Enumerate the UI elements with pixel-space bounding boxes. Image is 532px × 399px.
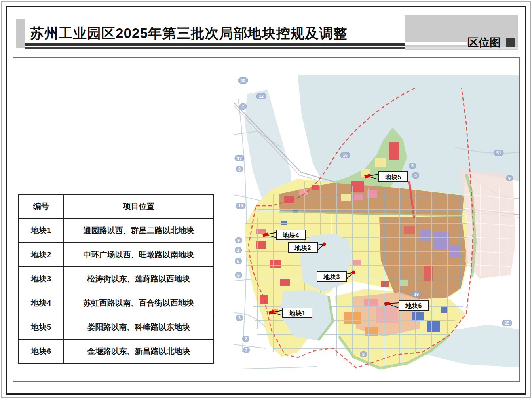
plot-id-cell: 地块5 [18, 315, 64, 339]
col-header-location: 项目位置 [64, 194, 214, 218]
road-badge: 10 [238, 78, 248, 84]
road-badge-number: 7 [245, 348, 247, 352]
road-badge: 8 [236, 166, 243, 172]
title-accent-bar [16, 19, 25, 48]
table-header-row: 编号 项目位置 [18, 194, 214, 218]
road-badge: 7 [240, 104, 247, 110]
road-badge: 5 [236, 272, 242, 278]
road-badge: 9 [236, 238, 242, 243]
plot-callout-label: 地块2 [294, 245, 311, 251]
road-badge-number: 9 [238, 238, 240, 243]
plot-location-cell: 松涛街以东、莲葑路以西地块 [64, 267, 214, 291]
title-bar: 苏州工业园区2025年第三批次局部地块控规及调整 区位图 [13, 15, 519, 51]
table-row: 地块6金堰路以东、新昌路以北地块 [18, 339, 214, 363]
plot-id-cell: 地块1 [18, 218, 64, 243]
plot-location-table: 编号 项目位置 地块1通园路以西、群星二路以北地块地块2中环广场以西、旺墩路以南… [18, 194, 214, 364]
plot-id-cell: 地块6 [18, 339, 64, 363]
road-badge: 5 [409, 163, 416, 169]
plot-callout-label: 地块1 [289, 310, 306, 317]
table-row: 地块3松涛街以东、莲葑路以西地块 [18, 267, 214, 291]
road-badge-number: 17 [237, 156, 242, 161]
road-badge: 1 [235, 247, 242, 253]
plan-sheet: 苏州工业园区2025年第三批次局部地块控规及调整 区位图 编号 项目位置 地块1… [0, 0, 532, 399]
location-map-svg: 101271781991653271653S1919815 地块1地块2地块3地… [234, 75, 519, 379]
road-badge-number: 3 [238, 315, 241, 320]
location-map: 101271781991653271653S1919815 地块1地块2地块3地… [234, 75, 519, 379]
road-badge-number: 19 [238, 203, 243, 208]
table-body: 地块1通园路以西、群星二路以北地块地块2中环广场以西、旺墩路以南地块地块3松涛街… [18, 218, 214, 363]
road-badge: 2 [243, 336, 249, 342]
road-badge-number: 3 [414, 173, 417, 178]
col-header-id: 编号 [18, 194, 64, 218]
plot-location-cell: 金堰路以东、新昌路以北地块 [64, 339, 214, 363]
road-badge: 3 [412, 173, 419, 179]
plot-marker [323, 243, 326, 246]
road-badge: 17 [235, 156, 244, 162]
plot-location-cell: 通园路以西、群星二路以北地块 [64, 218, 214, 243]
road-badge: 19 [236, 203, 245, 209]
road-badge-number: 7 [242, 104, 244, 109]
road-badge-number: 19 [414, 292, 419, 296]
road-badge-number: 10 [241, 78, 245, 83]
road-badge-number: 12 [259, 94, 264, 99]
road-badge: S1 [494, 150, 504, 156]
road-badge-number: 1 [237, 248, 239, 253]
road-badge-number: 9 [508, 176, 511, 180]
plot-callout-label: 地块4 [283, 232, 299, 239]
road-badge-number: 5 [411, 163, 414, 168]
plot-callout-label: 地块5 [385, 174, 401, 180]
road-badge-number: 15 [505, 321, 509, 325]
road-badge: 7 [243, 347, 250, 353]
road-badge: 15 [502, 320, 512, 326]
corner-white-strip [405, 42, 467, 45]
plot-location-cell: 娄阳路以南、科峰路以东地块 [64, 315, 214, 339]
plot-callout-label: 地块3 [323, 274, 340, 280]
road-badge-number: 5 [238, 273, 240, 277]
road-badge-number: 6 [237, 259, 239, 264]
table-row: 地块2中环广场以西、旺墩路以南地块 [18, 243, 214, 267]
page-title: 苏州工业园区2025年第三批次局部地块控规及调整 [30, 24, 348, 43]
road-badge-number: 8 [362, 352, 365, 357]
corner-panel: 区位图 [405, 15, 518, 50]
plot-location-cell: 苏虹西路以南、百合街以西地块 [64, 291, 214, 315]
road-badge-number: 8 [238, 167, 241, 171]
road-badge: 8 [360, 352, 367, 357]
plot-id-cell: 地块2 [18, 243, 64, 267]
plot-callout-label: 地块6 [405, 302, 422, 309]
road-badge: 19 [412, 291, 421, 297]
table-row: 地块4苏虹西路以南、百合街以西地块 [18, 291, 214, 315]
road-badge: 16 [340, 152, 350, 158]
title-rule-thick [25, 43, 405, 46]
road-badge-number: 16 [343, 153, 348, 158]
table-row: 地块1通园路以西、群星二路以北地块 [18, 218, 214, 243]
title-rule-thin [25, 48, 405, 49]
road-badge-number: S1 [496, 150, 502, 155]
plot-id-cell: 地块3 [18, 267, 64, 291]
road-badge: 12 [256, 93, 266, 99]
table-row: 地块5娄阳路以南、科峰路以东地块 [18, 315, 214, 339]
corner-label: 区位图 [467, 35, 501, 50]
corner-square [506, 38, 515, 47]
corner-light-strip [405, 47, 518, 49]
road-badge: 3 [236, 315, 243, 321]
road-badge-number: 2 [245, 336, 247, 341]
plot-id-cell: 地块4 [18, 291, 64, 315]
plot-location-cell: 中环广场以西、旺墩路以南地块 [64, 243, 214, 267]
road-badge: 6 [235, 258, 242, 264]
road-badge: 9 [506, 175, 513, 181]
plot-marker [352, 271, 355, 274]
